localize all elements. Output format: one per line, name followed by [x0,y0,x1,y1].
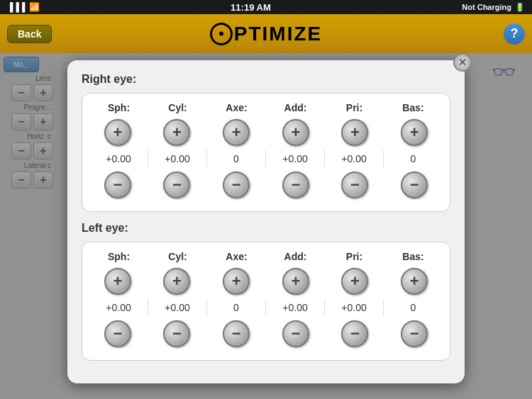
plus-icon: + [410,274,419,289]
modal-close-button[interactable]: ✕ [453,53,472,72]
col-sph: Sph: [89,102,148,113]
right-pri-minus-btn[interactable]: − [341,172,368,198]
left-col-cyl: Cyl: [148,251,207,262]
left-eye-card: Sph: Cyl: Axe: Add: Pri: Bas: + + + + + … [82,242,450,361]
col-add: Add: [266,102,325,113]
left-cyl-plus-btn[interactable]: + [163,268,190,295]
minus-icon: − [291,177,300,193]
left-bas-plus-btn[interactable]: + [401,268,428,295]
right-eye-headers: Sph: Cyl: Axe: Add: Pri: Bas: [89,102,443,113]
left-pri-value: +0.00 [325,299,384,316]
right-cyl-minus-btn[interactable]: − [163,172,190,198]
right-sph-plus-btn[interactable]: + [104,119,131,146]
left-eye-headers: Sph: Cyl: Axe: Add: Pri: Bas: [89,251,443,262]
battery-icon: 🔋 [515,3,525,12]
col-pri: Pri: [325,102,384,113]
minus-icon: − [113,177,122,193]
left-axe-plus-btn[interactable]: + [223,268,250,295]
charging-status: Not Charging [462,3,511,11]
left-bas-value: 0 [384,299,443,316]
main-content: Mo... Lens − + Progre... − + Horiz. c − … [0,53,532,399]
right-add-minus-btn[interactable]: − [282,172,309,198]
right-cyl-value: +0.00 [148,150,207,167]
minus-icon: − [410,326,419,342]
left-pri-plus-btn[interactable]: + [341,268,368,295]
plus-icon: + [172,274,182,289]
logo-icon [210,23,233,45]
left-col-bas: Bas: [384,251,443,262]
right-eye-plus-row: + + + + + + [89,119,443,146]
right-pri-plus-btn[interactable]: + [341,119,368,146]
left-eye-minus-row: − − − − − − [89,320,443,347]
plus-icon: + [113,274,122,289]
status-left: ▐▐▐ 📶 [7,2,40,12]
left-sph-minus-btn[interactable]: − [104,320,131,347]
left-sph-value: +0.00 [89,299,148,316]
minus-icon: − [232,326,241,342]
plus-icon: + [113,125,122,140]
left-col-add: Add: [266,251,325,262]
left-add-plus-btn[interactable]: + [282,268,309,295]
help-button[interactable]: ? [504,23,525,45]
right-axe-plus-btn[interactable]: + [223,119,250,146]
left-cyl-minus-btn[interactable]: − [163,320,190,347]
right-add-plus-btn[interactable]: + [282,119,309,146]
right-eye-values: +0.00 +0.00 0 +0.00 +0.00 0 [89,150,443,167]
left-cyl-value: +0.00 [148,299,207,316]
right-pri-value: +0.00 [325,150,384,167]
minus-icon: − [232,177,241,193]
minus-icon: − [410,177,419,193]
left-eye-values: +0.00 +0.00 0 +0.00 +0.00 0 [89,299,443,316]
left-sph-plus-btn[interactable]: + [104,268,131,295]
minus-icon: − [172,326,182,342]
left-pri-minus-btn[interactable]: − [341,320,368,347]
right-eye-card: Sph: Cyl: Axe: Add: Pri: Bas: + + + + + … [82,93,450,212]
plus-icon: + [172,125,182,140]
right-bas-value: 0 [384,150,443,167]
plus-icon: + [291,274,300,289]
left-add-minus-btn[interactable]: − [282,320,309,347]
left-col-pri: Pri: [325,251,384,262]
header: Back PTIMIZE ? [0,14,532,53]
status-bar: ▐▐▐ 📶 11:19 AM Not Charging 🔋 [0,0,532,14]
left-add-value: +0.00 [266,299,325,316]
logo-text: PTIMIZE [234,23,322,45]
plus-icon: + [350,125,360,140]
col-cyl: Cyl: [148,102,207,113]
right-sph-value: +0.00 [89,150,148,167]
minus-icon: − [113,326,122,342]
signal-icon: ▐▐▐ [7,2,26,12]
plus-icon: + [232,125,241,140]
status-time: 11:19 AM [40,2,462,13]
plus-icon: + [291,125,300,140]
minus-icon: − [291,326,300,342]
plus-icon: + [350,274,360,289]
status-right: Not Charging 🔋 [462,3,525,12]
col-bas: Bas: [384,102,443,113]
minus-icon: − [350,326,360,342]
left-col-axe: Axe: [207,251,266,262]
left-eye-plus-row: + + + + + + [89,268,443,295]
modal-overlay: ✕ Right eye: Sph: Cyl: Axe: Add: Pri: Ba… [0,53,532,399]
left-axe-minus-btn[interactable]: − [223,320,250,347]
right-eye-minus-row: − − − − − − [89,172,443,198]
wifi-icon: 📶 [29,2,40,12]
app-logo: PTIMIZE [210,23,322,45]
right-eye-title: Right eye: [82,73,450,86]
prescription-modal: ✕ Right eye: Sph: Cyl: Axe: Add: Pri: Ba… [67,60,465,383]
back-button[interactable]: Back [7,25,52,43]
left-bas-minus-btn[interactable]: − [401,320,428,347]
right-axe-value: 0 [207,150,266,167]
right-sph-minus-btn[interactable]: − [104,172,131,198]
minus-icon: − [172,177,182,193]
right-bas-minus-btn[interactable]: − [401,172,428,198]
right-add-value: +0.00 [266,150,325,167]
plus-icon: + [232,274,241,289]
left-col-sph: Sph: [89,251,148,262]
left-axe-value: 0 [207,299,266,316]
minus-icon: − [350,177,360,193]
plus-icon: + [410,125,419,140]
right-cyl-plus-btn[interactable]: + [163,119,190,146]
right-axe-minus-btn[interactable]: − [223,172,250,198]
right-bas-plus-btn[interactable]: + [401,119,428,146]
